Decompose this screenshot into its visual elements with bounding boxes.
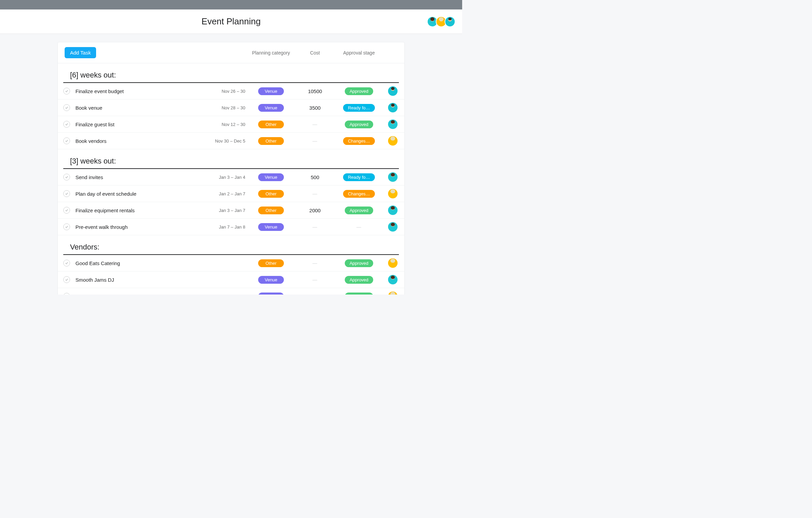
category-pill[interactable]: Other [258, 207, 284, 214]
task-date[interactable]: Jan 3 – Jan 4 [207, 175, 247, 180]
complete-toggle[interactable] [63, 88, 70, 94]
task-row[interactable]: Smooth Jams DJVenue—Approved [58, 272, 404, 288]
section-title[interactable]: [3] weeks out: [63, 149, 399, 169]
check-icon [65, 261, 68, 265]
col-header-cost: Cost [295, 50, 335, 56]
add-task-button[interactable]: Add Task [65, 47, 96, 58]
assignee-avatar[interactable] [388, 258, 398, 268]
task-name[interactable]: Good Eats Catering [73, 260, 207, 266]
task-cost[interactable]: — [295, 224, 335, 230]
approval-pill[interactable]: Approved [345, 121, 373, 128]
task-cost[interactable]: 2000 [295, 208, 335, 213]
assignee-avatar[interactable] [388, 292, 398, 295]
task-name[interactable]: Finalize equipment rentals [73, 208, 207, 213]
task-cost[interactable]: — [295, 294, 335, 295]
complete-toggle[interactable] [63, 260, 70, 266]
task-name[interactable]: Book venue [73, 105, 207, 111]
approval-pill[interactable]: Approved [345, 207, 373, 214]
category-pill[interactable]: Other [258, 121, 284, 128]
assignee-avatar[interactable] [388, 222, 398, 232]
category-pill[interactable]: Venue [258, 223, 284, 231]
task-row[interactable]: Finalize event budgetNov 26 – 30Venue105… [58, 83, 404, 100]
approval-pill[interactable]: Ready fo… [343, 104, 375, 112]
approval-pill[interactable]: Approved [345, 293, 373, 295]
task-date[interactable]: Nov 28 – 30 [207, 105, 247, 110]
window-chrome-bar [0, 0, 462, 9]
task-cost[interactable]: 500 [295, 174, 335, 180]
complete-toggle[interactable] [63, 190, 70, 197]
approval-pill[interactable]: Approved [345, 259, 373, 267]
task-date[interactable]: Jan 7 – Jan 8 [207, 224, 247, 230]
complete-toggle[interactable] [63, 137, 70, 144]
task-name[interactable]: Book vendors [73, 138, 207, 144]
approval-pill[interactable]: — [335, 224, 383, 230]
section-title[interactable]: [6] weeks out: [63, 63, 399, 83]
task-row[interactable]: Seamless Party RentalsVenue—Approved [58, 288, 404, 295]
assignee-avatar[interactable] [388, 136, 398, 146]
assignee-avatar[interactable] [388, 189, 398, 198]
task-name[interactable]: Send invites [73, 174, 207, 180]
task-cost[interactable]: — [295, 277, 335, 282]
complete-toggle[interactable] [63, 174, 70, 180]
check-icon [65, 175, 68, 179]
task-name[interactable]: Finalize event budget [73, 88, 207, 94]
category-pill[interactable]: Other [258, 259, 284, 267]
assignee-avatar[interactable] [388, 206, 398, 215]
category-pill[interactable]: Venue [258, 104, 284, 112]
task-date[interactable]: Nov 30 – Dec 5 [207, 138, 247, 144]
assignee-avatar[interactable] [388, 172, 398, 182]
task-name[interactable]: Seamless Party Rentals [73, 294, 207, 295]
approval-pill[interactable]: Approved [345, 276, 373, 284]
column-headers: Planning category Cost Approval stage [247, 50, 398, 56]
task-date[interactable]: Jan 3 – Jan 7 [207, 208, 247, 213]
task-cost[interactable]: — [295, 260, 335, 266]
page-title: Event Planning [202, 16, 261, 27]
task-row[interactable]: Plan day of event scheduleJan 2 – Jan 7O… [58, 186, 404, 202]
complete-toggle[interactable] [63, 121, 70, 128]
category-pill[interactable]: Other [258, 137, 284, 145]
task-row[interactable]: Pre-event walk throughJan 7 – Jan 8Venue… [58, 219, 404, 235]
task-cost[interactable]: 10500 [295, 88, 335, 94]
task-row[interactable]: Finalize equipment rentalsJan 3 – Jan 7O… [58, 202, 404, 219]
task-date[interactable]: Nov 12 – 30 [207, 122, 247, 127]
avatar[interactable] [445, 16, 455, 27]
approval-pill[interactable]: Changes… [343, 190, 375, 198]
check-icon [65, 278, 68, 281]
category-pill[interactable]: Other [258, 190, 284, 198]
task-name[interactable]: Finalize guest list [73, 122, 207, 127]
category-pill[interactable]: Venue [258, 293, 284, 295]
content-area: Add Task Planning category Cost Approval… [0, 34, 462, 295]
task-name[interactable]: Plan day of event schedule [73, 191, 207, 197]
task-cost[interactable]: 3500 [295, 105, 335, 111]
assignee-avatar[interactable] [388, 103, 398, 112]
task-cost[interactable]: — [295, 138, 335, 144]
assignee-avatar[interactable] [388, 275, 398, 284]
category-pill[interactable]: Venue [258, 276, 284, 284]
task-name[interactable]: Pre-event walk through [73, 224, 207, 230]
approval-pill[interactable]: Ready fo… [343, 173, 375, 181]
complete-toggle[interactable] [63, 223, 70, 230]
task-date[interactable]: Nov 26 – 30 [207, 89, 247, 94]
complete-toggle[interactable] [63, 207, 70, 214]
category-pill[interactable]: Venue [258, 173, 284, 181]
task-row[interactable]: Finalize guest listNov 12 – 30Other—Appr… [58, 116, 404, 133]
page-header: Event Planning [0, 9, 462, 34]
task-row[interactable]: Good Eats CateringOther—Approved [58, 255, 404, 272]
approval-pill[interactable]: Approved [345, 87, 373, 95]
complete-toggle[interactable] [63, 276, 70, 283]
task-row[interactable]: Send invitesJan 3 – Jan 4Venue500Ready f… [58, 169, 404, 186]
assignee-avatar[interactable] [388, 86, 398, 96]
complete-toggle[interactable] [63, 104, 70, 111]
task-row[interactable]: Book venueNov 28 – 30Venue3500Ready fo… [58, 100, 404, 116]
complete-toggle[interactable] [63, 293, 70, 295]
task-cost[interactable]: — [295, 191, 335, 196]
assignee-avatar[interactable] [388, 120, 398, 129]
approval-pill[interactable]: Changes… [343, 137, 375, 145]
category-pill[interactable]: Venue [258, 87, 284, 95]
task-date[interactable]: Jan 2 – Jan 7 [207, 191, 247, 196]
task-row[interactable]: Book vendorsNov 30 – Dec 5Other—Changes… [58, 133, 404, 149]
task-cost[interactable]: — [295, 122, 335, 127]
check-icon [65, 89, 68, 93]
section-title[interactable]: Vendors: [63, 235, 399, 255]
task-name[interactable]: Smooth Jams DJ [73, 277, 207, 283]
